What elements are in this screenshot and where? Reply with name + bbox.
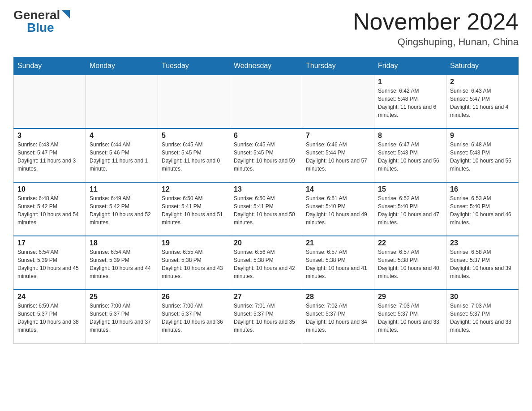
calendar-cell: 11Sunrise: 6:49 AMSunset: 5:42 PMDayligh… (86, 182, 158, 236)
logo-general-text: General (13, 9, 60, 21)
day-info: Sunrise: 7:03 AMSunset: 5:37 PMDaylight:… (450, 302, 515, 334)
day-info: Sunrise: 7:00 AMSunset: 5:37 PMDaylight:… (90, 302, 154, 334)
title-block: November 2024 Qingshuping, Hunan, China (353, 9, 519, 48)
calendar-cell: 18Sunrise: 6:54 AMSunset: 5:39 PMDayligh… (86, 236, 158, 290)
day-number: 17 (17, 239, 82, 247)
calendar-cell (14, 75, 86, 128)
calendar-cell: 21Sunrise: 6:57 AMSunset: 5:38 PMDayligh… (302, 236, 374, 290)
calendar-cell: 19Sunrise: 6:55 AMSunset: 5:38 PMDayligh… (158, 236, 230, 290)
day-number: 1 (378, 78, 442, 86)
day-info: Sunrise: 6:45 AMSunset: 5:45 PMDaylight:… (162, 141, 226, 173)
week-row-5: 24Sunrise: 6:59 AMSunset: 5:37 PMDayligh… (14, 290, 519, 343)
day-header-wednesday: Wednesday (230, 57, 302, 75)
day-info: Sunrise: 6:49 AMSunset: 5:42 PMDaylight:… (90, 194, 154, 227)
calendar-cell: 5Sunrise: 6:45 AMSunset: 5:45 PMDaylight… (158, 128, 230, 182)
week-row-3: 10Sunrise: 6:48 AMSunset: 5:42 PMDayligh… (14, 182, 519, 236)
logo-blue-text: Blue (27, 21, 54, 34)
day-info: Sunrise: 6:47 AMSunset: 5:43 PMDaylight:… (378, 141, 442, 173)
day-number: 30 (450, 293, 515, 301)
day-number: 28 (306, 293, 370, 301)
day-info: Sunrise: 6:43 AMSunset: 5:47 PMDaylight:… (450, 87, 515, 119)
calendar-cell: 1Sunrise: 6:42 AMSunset: 5:48 PMDaylight… (374, 75, 446, 128)
day-info: Sunrise: 6:54 AMSunset: 5:39 PMDaylight:… (17, 248, 82, 280)
day-info: Sunrise: 6:53 AMSunset: 5:40 PMDaylight:… (450, 194, 515, 227)
day-header-monday: Monday (86, 57, 158, 75)
day-info: Sunrise: 7:00 AMSunset: 5:37 PMDaylight:… (162, 302, 226, 334)
day-number: 24 (17, 293, 82, 301)
calendar-cell: 9Sunrise: 6:48 AMSunset: 5:43 PMDaylight… (446, 128, 519, 182)
day-number: 8 (378, 132, 442, 140)
calendar-cell (230, 75, 302, 128)
day-number: 10 (17, 185, 82, 193)
day-info: Sunrise: 6:55 AMSunset: 5:38 PMDaylight:… (162, 248, 226, 280)
day-number: 6 (234, 132, 298, 140)
calendar-cell: 10Sunrise: 6:48 AMSunset: 5:42 PMDayligh… (14, 182, 86, 236)
calendar-cell: 15Sunrise: 6:52 AMSunset: 5:40 PMDayligh… (374, 182, 446, 236)
day-info: Sunrise: 6:51 AMSunset: 5:40 PMDaylight:… (306, 194, 370, 227)
calendar-cell: 30Sunrise: 7:03 AMSunset: 5:37 PMDayligh… (446, 290, 519, 343)
day-number: 21 (306, 239, 370, 247)
day-info: Sunrise: 6:59 AMSunset: 5:37 PMDaylight:… (17, 302, 82, 334)
day-number: 11 (90, 185, 154, 193)
calendar-cell: 2Sunrise: 6:43 AMSunset: 5:47 PMDaylight… (446, 75, 519, 128)
calendar-cell: 22Sunrise: 6:57 AMSunset: 5:38 PMDayligh… (374, 236, 446, 290)
day-info: Sunrise: 7:01 AMSunset: 5:37 PMDaylight:… (234, 302, 298, 334)
day-info: Sunrise: 6:44 AMSunset: 5:46 PMDaylight:… (90, 141, 154, 173)
calendar-cell: 23Sunrise: 6:58 AMSunset: 5:37 PMDayligh… (446, 236, 519, 290)
day-header-tuesday: Tuesday (158, 57, 230, 75)
day-number: 4 (90, 132, 154, 140)
week-row-1: 1Sunrise: 6:42 AMSunset: 5:48 PMDaylight… (14, 75, 519, 128)
day-info: Sunrise: 6:48 AMSunset: 5:42 PMDaylight:… (17, 194, 82, 227)
day-info: Sunrise: 6:57 AMSunset: 5:38 PMDaylight:… (378, 248, 442, 280)
day-number: 14 (306, 185, 370, 193)
week-row-2: 3Sunrise: 6:43 AMSunset: 5:47 PMDaylight… (14, 128, 519, 182)
svg-marker-0 (62, 10, 70, 18)
day-number: 29 (378, 293, 442, 301)
calendar-cell (158, 75, 230, 128)
logo-arrow-icon (61, 9, 71, 19)
day-number: 12 (162, 185, 226, 193)
day-number: 7 (306, 132, 370, 140)
day-info: Sunrise: 6:42 AMSunset: 5:48 PMDaylight:… (378, 87, 442, 119)
day-info: Sunrise: 6:45 AMSunset: 5:45 PMDaylight:… (234, 141, 298, 173)
day-number: 20 (234, 239, 298, 247)
day-info: Sunrise: 6:50 AMSunset: 5:41 PMDaylight:… (234, 194, 298, 227)
calendar-cell: 6Sunrise: 6:45 AMSunset: 5:45 PMDaylight… (230, 128, 302, 182)
day-info: Sunrise: 6:56 AMSunset: 5:38 PMDaylight:… (234, 248, 298, 280)
calendar-cell (86, 75, 158, 128)
calendar-cell: 13Sunrise: 6:50 AMSunset: 5:41 PMDayligh… (230, 182, 302, 236)
day-number: 5 (162, 132, 226, 140)
day-number: 23 (450, 239, 515, 247)
calendar-cell: 25Sunrise: 7:00 AMSunset: 5:37 PMDayligh… (86, 290, 158, 343)
day-number: 13 (234, 185, 298, 193)
calendar-cell (302, 75, 374, 128)
day-info: Sunrise: 6:50 AMSunset: 5:41 PMDaylight:… (162, 194, 226, 227)
calendar-cell: 12Sunrise: 6:50 AMSunset: 5:41 PMDayligh… (158, 182, 230, 236)
day-info: Sunrise: 7:03 AMSunset: 5:37 PMDaylight:… (378, 302, 442, 334)
calendar-cell: 7Sunrise: 6:46 AMSunset: 5:44 PMDaylight… (302, 128, 374, 182)
day-info: Sunrise: 7:02 AMSunset: 5:37 PMDaylight:… (306, 302, 370, 334)
week-row-4: 17Sunrise: 6:54 AMSunset: 5:39 PMDayligh… (14, 236, 519, 290)
month-title: November 2024 (353, 9, 519, 34)
day-number: 18 (90, 239, 154, 247)
day-header-saturday: Saturday (446, 57, 519, 75)
calendar-cell: 24Sunrise: 6:59 AMSunset: 5:37 PMDayligh… (14, 290, 86, 343)
day-info: Sunrise: 6:46 AMSunset: 5:44 PMDaylight:… (306, 141, 370, 173)
day-header-friday: Friday (374, 57, 446, 75)
calendar-header-row: SundayMondayTuesdayWednesdayThursdayFrid… (14, 57, 519, 75)
day-info: Sunrise: 6:58 AMSunset: 5:37 PMDaylight:… (450, 248, 515, 280)
day-info: Sunrise: 6:43 AMSunset: 5:47 PMDaylight:… (17, 141, 82, 173)
day-header-thursday: Thursday (302, 57, 374, 75)
day-info: Sunrise: 6:54 AMSunset: 5:39 PMDaylight:… (90, 248, 154, 280)
day-number: 9 (450, 132, 515, 140)
day-number: 27 (234, 293, 298, 301)
location: Qingshuping, Hunan, China (353, 36, 519, 48)
day-info: Sunrise: 6:57 AMSunset: 5:38 PMDaylight:… (306, 248, 370, 280)
day-number: 25 (90, 293, 154, 301)
calendar-cell: 29Sunrise: 7:03 AMSunset: 5:37 PMDayligh… (374, 290, 446, 343)
logo: General Blue (13, 9, 71, 34)
calendar-cell: 28Sunrise: 7:02 AMSunset: 5:37 PMDayligh… (302, 290, 374, 343)
day-number: 26 (162, 293, 226, 301)
day-info: Sunrise: 6:52 AMSunset: 5:40 PMDaylight:… (378, 194, 442, 227)
calendar-cell: 14Sunrise: 6:51 AMSunset: 5:40 PMDayligh… (302, 182, 374, 236)
